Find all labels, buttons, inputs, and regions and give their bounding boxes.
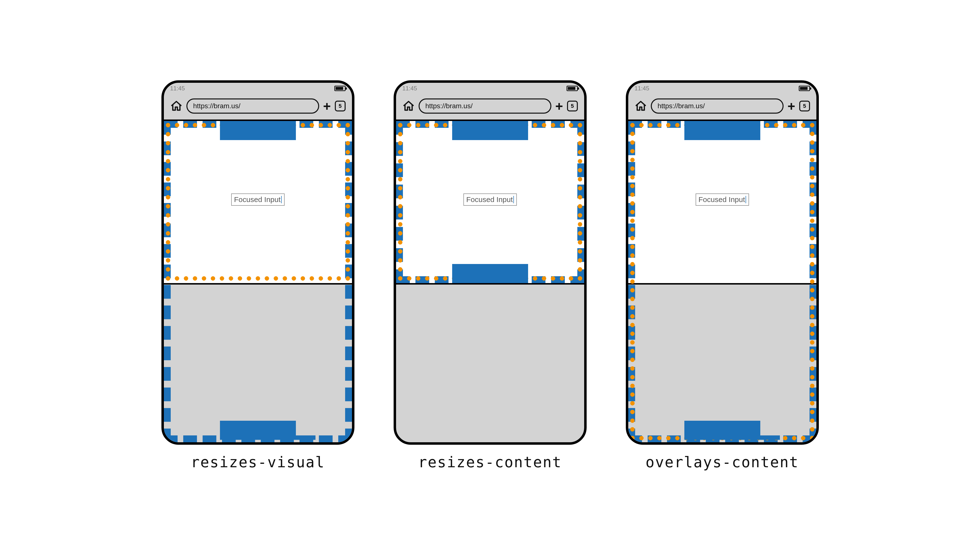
status-bar: 11:45 bbox=[164, 83, 352, 92]
fixed-top-element bbox=[452, 121, 528, 140]
url-text: https://bram.us/ bbox=[658, 102, 705, 110]
url-bar[interactable]: https://bram.us/ bbox=[651, 98, 784, 114]
fixed-top-element bbox=[684, 121, 760, 140]
focused-input[interactable]: Focused Input bbox=[463, 194, 517, 206]
tab-count-button[interactable]: 5 bbox=[799, 101, 810, 111]
plus-icon[interactable]: + bbox=[555, 99, 563, 113]
content-screen: Focused Input bbox=[396, 119, 584, 442]
status-time: 11:45 bbox=[635, 85, 649, 92]
text-caret bbox=[513, 196, 514, 203]
fixed-top-element bbox=[220, 121, 296, 140]
status-time: 11:45 bbox=[170, 85, 185, 92]
input-text: Focused Input bbox=[234, 195, 280, 204]
fixed-bottom-element bbox=[220, 421, 296, 440]
status-bar: 11:45 bbox=[396, 83, 584, 92]
browser-toolbar: https://bram.us/ + 5 bbox=[164, 92, 352, 119]
keyboard-divider bbox=[396, 283, 584, 284]
caption-overlays-content: overlays-content bbox=[646, 454, 799, 471]
fixed-bottom-element bbox=[684, 421, 760, 440]
plus-icon[interactable]: + bbox=[788, 99, 795, 113]
diagram-stage: 11:45 https://bram.us/ + 5 bbox=[161, 80, 819, 471]
column-resizes-visual: 11:45 https://bram.us/ + 5 bbox=[161, 80, 355, 471]
battery-icon bbox=[334, 86, 345, 91]
battery-icon bbox=[799, 86, 810, 91]
status-bar: 11:45 bbox=[628, 83, 816, 92]
tab-count-value: 5 bbox=[803, 103, 806, 109]
phone-frame: 11:45 https://bram.us/ + 5 bbox=[394, 80, 587, 445]
tab-count-button[interactable]: 5 bbox=[567, 101, 578, 111]
input-text: Focused Input bbox=[698, 195, 745, 204]
tab-count-button[interactable]: 5 bbox=[335, 101, 345, 111]
home-icon[interactable] bbox=[635, 100, 647, 112]
focused-input[interactable]: Focused Input bbox=[695, 194, 749, 206]
text-caret bbox=[281, 196, 282, 203]
caption-resizes-visual: resizes-visual bbox=[191, 454, 325, 471]
home-icon[interactable] bbox=[170, 100, 183, 112]
content-screen: Focused Input bbox=[628, 119, 816, 442]
url-text: https://bram.us/ bbox=[425, 102, 473, 110]
input-text: Focused Input bbox=[466, 195, 513, 204]
column-overlays-content: 11:45 https://bram.us/ + 5 bbox=[626, 80, 819, 471]
text-caret bbox=[746, 196, 746, 203]
tab-count-value: 5 bbox=[339, 103, 342, 109]
phone-frame: 11:45 https://bram.us/ + 5 bbox=[626, 80, 819, 445]
column-resizes-content: 11:45 https://bram.us/ + 5 bbox=[394, 80, 587, 471]
battery-icon bbox=[566, 86, 578, 91]
url-bar[interactable]: https://bram.us/ bbox=[418, 98, 551, 114]
fixed-bottom-element bbox=[452, 264, 528, 283]
home-icon[interactable] bbox=[402, 100, 415, 112]
url-text: https://bram.us/ bbox=[193, 102, 240, 110]
plus-icon[interactable]: + bbox=[323, 99, 331, 113]
status-time: 11:45 bbox=[402, 85, 417, 92]
browser-toolbar: https://bram.us/ + 5 bbox=[396, 92, 584, 119]
url-bar[interactable]: https://bram.us/ bbox=[186, 98, 319, 114]
caption-resizes-content: resizes-content bbox=[418, 454, 562, 471]
content-screen: Focused Input bbox=[164, 119, 352, 442]
tab-count-value: 5 bbox=[571, 103, 574, 109]
phone-frame: 11:45 https://bram.us/ + 5 bbox=[161, 80, 355, 445]
keyboard-divider bbox=[628, 283, 816, 284]
keyboard-divider bbox=[164, 283, 352, 284]
browser-toolbar: https://bram.us/ + 5 bbox=[628, 92, 816, 119]
focused-input[interactable]: Focused Input bbox=[231, 194, 284, 206]
